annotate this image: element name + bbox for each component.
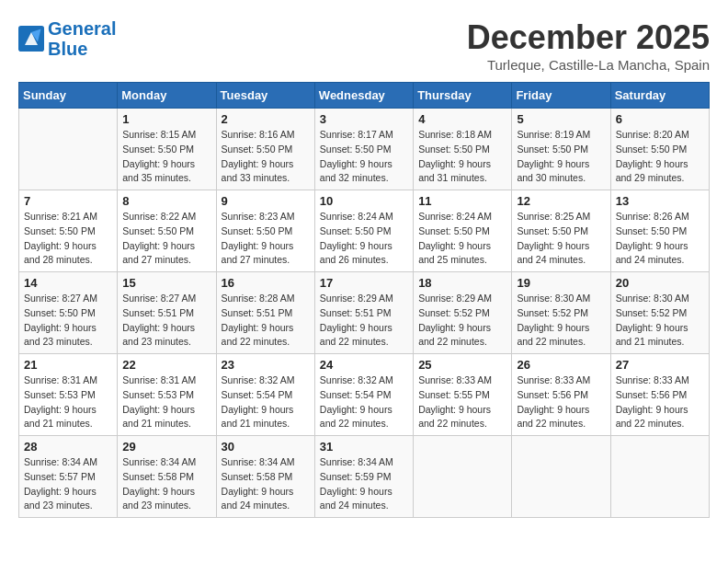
calendar-day-cell: 3Sunrise: 8:17 AMSunset: 5:50 PMDaylight… — [314, 109, 413, 190]
calendar-day-cell: 4Sunrise: 8:18 AMSunset: 5:50 PMDaylight… — [414, 109, 512, 190]
calendar-day-cell — [19, 109, 118, 190]
calendar-week-row: 28Sunrise: 8:34 AMSunset: 5:57 PMDayligh… — [19, 436, 710, 518]
calendar-day-cell: 31Sunrise: 8:34 AMSunset: 5:59 PMDayligh… — [314, 436, 413, 518]
weekday-header-cell: Sunday — [19, 83, 118, 109]
day-number: 13 — [616, 194, 704, 208]
calendar-day-cell: 23Sunrise: 8:32 AMSunset: 5:54 PMDayligh… — [216, 354, 314, 436]
day-number: 17 — [320, 276, 408, 290]
day-info: Sunrise: 8:24 AMSunset: 5:50 PMDaylight:… — [320, 210, 408, 268]
day-info: Sunrise: 8:34 AMSunset: 5:57 PMDaylight:… — [24, 455, 112, 513]
day-number: 28 — [24, 440, 112, 454]
day-info: Sunrise: 8:29 AMSunset: 5:52 PMDaylight:… — [418, 292, 506, 350]
calendar-day-cell: 14Sunrise: 8:27 AMSunset: 5:50 PMDayligh… — [19, 272, 118, 354]
calendar-day-cell: 1Sunrise: 8:15 AMSunset: 5:50 PMDaylight… — [118, 109, 216, 190]
day-info: Sunrise: 8:31 AMSunset: 5:53 PMDaylight:… — [122, 373, 210, 431]
day-info: Sunrise: 8:22 AMSunset: 5:50 PMDaylight:… — [122, 210, 210, 268]
day-info: Sunrise: 8:16 AMSunset: 5:50 PMDaylight:… — [222, 128, 310, 186]
day-number: 27 — [616, 358, 704, 372]
day-number: 30 — [222, 440, 310, 454]
day-number: 15 — [122, 276, 210, 290]
day-number: 19 — [517, 276, 605, 290]
day-number: 20 — [616, 276, 704, 290]
day-info: Sunrise: 8:19 AMSunset: 5:50 PMDaylight:… — [517, 128, 605, 186]
calendar-day-cell: 10Sunrise: 8:24 AMSunset: 5:50 PMDayligh… — [314, 190, 413, 272]
day-info: Sunrise: 8:30 AMSunset: 5:52 PMDaylight:… — [517, 292, 605, 350]
calendar-week-row: 1Sunrise: 8:15 AMSunset: 5:50 PMDaylight… — [19, 109, 710, 190]
logo-text: General Blue — [48, 18, 116, 59]
day-number: 5 — [517, 112, 605, 126]
day-info: Sunrise: 8:26 AMSunset: 5:50 PMDaylight:… — [616, 210, 704, 268]
day-number: 25 — [418, 358, 506, 372]
calendar-day-cell: 9Sunrise: 8:23 AMSunset: 5:50 PMDaylight… — [216, 190, 314, 272]
day-number: 7 — [24, 194, 112, 208]
day-info: Sunrise: 8:25 AMSunset: 5:50 PMDaylight:… — [517, 210, 605, 268]
calendar-day-cell — [414, 436, 512, 518]
calendar-day-cell: 16Sunrise: 8:28 AMSunset: 5:51 PMDayligh… — [216, 272, 314, 354]
day-number: 10 — [320, 194, 408, 208]
day-info: Sunrise: 8:31 AMSunset: 5:53 PMDaylight:… — [24, 373, 112, 431]
day-info: Sunrise: 8:33 AMSunset: 5:55 PMDaylight:… — [418, 373, 506, 431]
day-number: 14 — [24, 276, 112, 290]
calendar-day-cell: 26Sunrise: 8:33 AMSunset: 5:56 PMDayligh… — [512, 354, 610, 436]
day-number: 12 — [517, 194, 605, 208]
calendar-day-cell: 20Sunrise: 8:30 AMSunset: 5:52 PMDayligh… — [610, 272, 709, 354]
day-number: 6 — [616, 112, 704, 126]
day-info: Sunrise: 8:28 AMSunset: 5:51 PMDaylight:… — [222, 292, 310, 350]
weekday-header-cell: Thursday — [414, 83, 512, 109]
calendar-day-cell: 22Sunrise: 8:31 AMSunset: 5:53 PMDayligh… — [118, 354, 216, 436]
calendar-week-row: 14Sunrise: 8:27 AMSunset: 5:50 PMDayligh… — [19, 272, 710, 354]
day-info: Sunrise: 8:33 AMSunset: 5:56 PMDaylight:… — [616, 373, 704, 431]
day-number: 8 — [122, 194, 210, 208]
header: General Blue December 2025 Turleque, Cas… — [18, 18, 710, 73]
calendar-body: 1Sunrise: 8:15 AMSunset: 5:50 PMDaylight… — [19, 109, 710, 518]
day-number: 24 — [320, 358, 408, 372]
day-info: Sunrise: 8:34 AMSunset: 5:58 PMDaylight:… — [122, 455, 210, 513]
day-number: 29 — [122, 440, 210, 454]
calendar-day-cell: 21Sunrise: 8:31 AMSunset: 5:53 PMDayligh… — [19, 354, 118, 436]
calendar-day-cell: 28Sunrise: 8:34 AMSunset: 5:57 PMDayligh… — [19, 436, 118, 518]
day-number: 1 — [122, 112, 210, 126]
day-info: Sunrise: 8:17 AMSunset: 5:50 PMDaylight:… — [320, 128, 408, 186]
weekday-header-cell: Wednesday — [314, 83, 413, 109]
day-info: Sunrise: 8:30 AMSunset: 5:52 PMDaylight:… — [616, 292, 704, 350]
weekday-header-cell: Monday — [118, 83, 216, 109]
calendar-table: SundayMondayTuesdayWednesdayThursdayFrid… — [18, 82, 710, 518]
calendar-day-cell: 17Sunrise: 8:29 AMSunset: 5:51 PMDayligh… — [314, 272, 413, 354]
calendar-week-row: 21Sunrise: 8:31 AMSunset: 5:53 PMDayligh… — [19, 354, 710, 436]
day-info: Sunrise: 8:24 AMSunset: 5:50 PMDaylight:… — [418, 210, 506, 268]
calendar-day-cell: 12Sunrise: 8:25 AMSunset: 5:50 PMDayligh… — [512, 190, 610, 272]
day-info: Sunrise: 8:32 AMSunset: 5:54 PMDaylight:… — [222, 373, 310, 431]
calendar-subtitle: Turleque, Castille-La Mancha, Spain — [467, 57, 710, 73]
calendar-day-cell: 6Sunrise: 8:20 AMSunset: 5:50 PMDaylight… — [610, 109, 709, 190]
calendar-day-cell: 30Sunrise: 8:34 AMSunset: 5:58 PMDayligh… — [216, 436, 314, 518]
calendar-day-cell: 25Sunrise: 8:33 AMSunset: 5:55 PMDayligh… — [414, 354, 512, 436]
calendar-day-cell: 18Sunrise: 8:29 AMSunset: 5:52 PMDayligh… — [414, 272, 512, 354]
day-number: 16 — [222, 276, 310, 290]
day-info: Sunrise: 8:32 AMSunset: 5:54 PMDaylight:… — [320, 373, 408, 431]
day-number: 31 — [320, 440, 408, 454]
calendar-day-cell: 8Sunrise: 8:22 AMSunset: 5:50 PMDaylight… — [118, 190, 216, 272]
day-info: Sunrise: 8:29 AMSunset: 5:51 PMDaylight:… — [320, 292, 408, 350]
calendar-day-cell: 5Sunrise: 8:19 AMSunset: 5:50 PMDaylight… — [512, 109, 610, 190]
day-info: Sunrise: 8:18 AMSunset: 5:50 PMDaylight:… — [418, 128, 506, 186]
day-number: 23 — [222, 358, 310, 372]
day-info: Sunrise: 8:23 AMSunset: 5:50 PMDaylight:… — [222, 210, 310, 268]
calendar-day-cell: 29Sunrise: 8:34 AMSunset: 5:58 PMDayligh… — [118, 436, 216, 518]
calendar-day-cell: 7Sunrise: 8:21 AMSunset: 5:50 PMDaylight… — [19, 190, 118, 272]
calendar-week-row: 7Sunrise: 8:21 AMSunset: 5:50 PMDaylight… — [19, 190, 710, 272]
calendar-day-cell — [610, 436, 709, 518]
calendar-day-cell — [512, 436, 610, 518]
day-info: Sunrise: 8:27 AMSunset: 5:50 PMDaylight:… — [24, 292, 112, 350]
calendar-day-cell: 19Sunrise: 8:30 AMSunset: 5:52 PMDayligh… — [512, 272, 610, 354]
weekday-header-cell: Tuesday — [216, 83, 314, 109]
day-number: 2 — [222, 112, 310, 126]
calendar-day-cell: 13Sunrise: 8:26 AMSunset: 5:50 PMDayligh… — [610, 190, 709, 272]
day-info: Sunrise: 8:33 AMSunset: 5:56 PMDaylight:… — [517, 373, 605, 431]
day-info: Sunrise: 8:34 AMSunset: 5:58 PMDaylight:… — [222, 455, 310, 513]
day-number: 11 — [418, 194, 506, 208]
day-number: 22 — [122, 358, 210, 372]
logo: General Blue — [18, 18, 116, 59]
calendar-day-cell: 24Sunrise: 8:32 AMSunset: 5:54 PMDayligh… — [314, 354, 413, 436]
weekday-header-cell: Friday — [512, 83, 610, 109]
day-number: 3 — [320, 112, 408, 126]
